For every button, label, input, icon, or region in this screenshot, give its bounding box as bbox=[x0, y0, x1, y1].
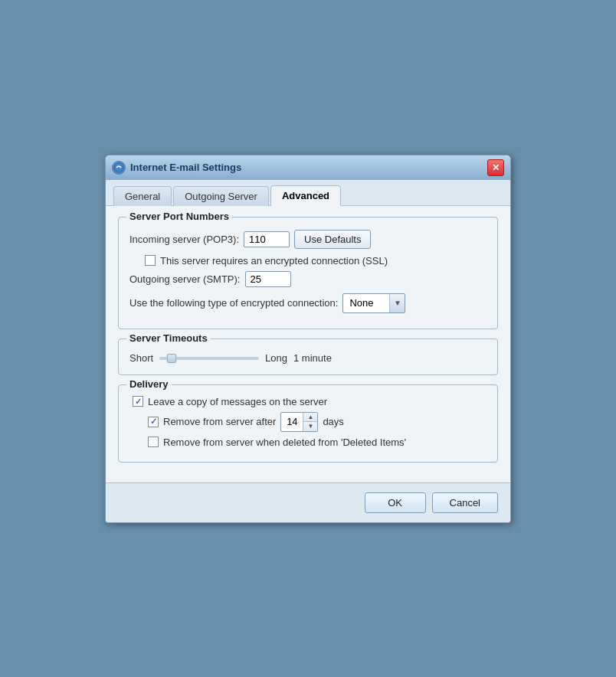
server-ports-section: Server Port Numbers Incoming server (POP… bbox=[118, 217, 498, 329]
leave-copy-checkbox[interactable] bbox=[133, 396, 143, 407]
remove-after-checkbox[interactable] bbox=[148, 417, 159, 427]
spinner-arrows: ▲ ▼ bbox=[303, 413, 317, 431]
incoming-server-input[interactable] bbox=[244, 231, 290, 247]
tab-advanced[interactable]: Advanced bbox=[270, 185, 341, 206]
title-bar-left: Internet E-mail Settings bbox=[112, 161, 241, 175]
spinner-up-button[interactable]: ▲ bbox=[303, 413, 317, 422]
remove-deleted-label: Remove from server when deleted from 'De… bbox=[163, 437, 406, 448]
server-ports-label: Server Port Numbers bbox=[126, 211, 232, 222]
encryption-select[interactable]: None ▼ bbox=[342, 293, 405, 313]
close-button[interactable]: ✕ bbox=[487, 159, 504, 176]
leave-copy-row: Leave a copy of messages on the server bbox=[129, 396, 487, 407]
outgoing-server-row: Outgoing server (SMTP): bbox=[129, 271, 487, 287]
delivery-section: Delivery Leave a copy of messages on the… bbox=[118, 384, 498, 463]
timeout-duration: 1 minute bbox=[293, 352, 332, 364]
long-label: Long bbox=[265, 352, 287, 364]
tab-outgoing-server[interactable]: Outgoing Server bbox=[173, 186, 269, 206]
svg-point-0 bbox=[114, 163, 123, 172]
remove-after-label: Remove from server after bbox=[163, 416, 276, 427]
server-timeouts-section: Server Timeouts Short Long 1 minute bbox=[118, 338, 498, 375]
title-bar: Internet E-mail Settings ✕ bbox=[106, 155, 510, 180]
server-timeouts-label: Server Timeouts bbox=[126, 332, 211, 344]
remove-after-row: Remove from server after 14 ▲ ▼ days bbox=[129, 412, 487, 432]
encryption-value: None bbox=[343, 295, 389, 311]
delivery-label: Delivery bbox=[126, 378, 172, 390]
remove-deleted-checkbox[interactable] bbox=[148, 437, 159, 447]
use-defaults-button[interactable]: Use Defaults bbox=[294, 230, 371, 249]
encryption-label: Use the following type of encrypted conn… bbox=[129, 297, 338, 309]
tab-content: Server Port Numbers Incoming server (POP… bbox=[106, 206, 510, 482]
outgoing-server-input[interactable] bbox=[245, 271, 291, 287]
spinner-down-button[interactable]: ▼ bbox=[303, 422, 317, 431]
leave-copy-label: Leave a copy of messages on the server bbox=[148, 396, 327, 407]
short-label: Short bbox=[129, 352, 153, 364]
tab-general[interactable]: General bbox=[113, 186, 172, 206]
ssl-checkbox[interactable] bbox=[145, 255, 156, 266]
days-label: days bbox=[323, 416, 343, 427]
dialog-footer: OK Cancel bbox=[106, 482, 510, 522]
slider-thumb[interactable] bbox=[167, 354, 176, 363]
cancel-button[interactable]: Cancel bbox=[432, 492, 498, 513]
tabs-row: General Outgoing Server Advanced bbox=[106, 180, 510, 206]
outgoing-server-label: Outgoing server (SMTP): bbox=[129, 273, 241, 285]
dialog-window: Internet E-mail Settings ✕ General Outgo… bbox=[105, 155, 511, 523]
window-title: Internet E-mail Settings bbox=[130, 162, 241, 173]
days-value: 14 bbox=[281, 414, 303, 429]
days-spinner[interactable]: 14 ▲ ▼ bbox=[280, 412, 318, 432]
encryption-row: Use the following type of encrypted conn… bbox=[129, 293, 487, 313]
remove-deleted-row: Remove from server when deleted from 'De… bbox=[129, 437, 487, 448]
incoming-server-row: Incoming server (POP3): Use Defaults bbox=[129, 230, 487, 249]
ok-button[interactable]: OK bbox=[365, 492, 426, 513]
window-icon bbox=[112, 161, 126, 175]
timeout-slider-track[interactable] bbox=[159, 352, 259, 365]
incoming-server-label: Incoming server (POP3): bbox=[129, 234, 239, 245]
ssl-label: This server requires an encrypted connec… bbox=[160, 255, 388, 267]
encryption-dropdown-arrow[interactable]: ▼ bbox=[389, 294, 405, 312]
timeout-row: Short Long 1 minute bbox=[129, 352, 487, 365]
ssl-checkbox-row: This server requires an encrypted connec… bbox=[129, 255, 487, 267]
